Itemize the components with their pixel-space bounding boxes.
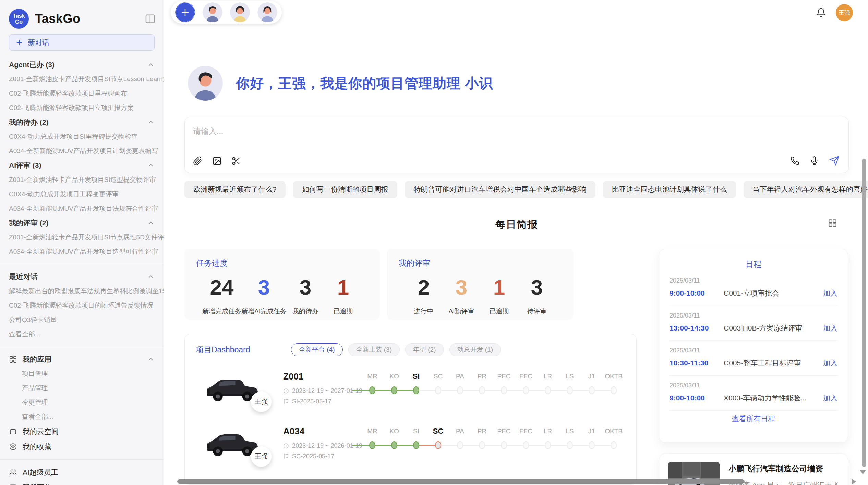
chevron-up-icon[interactable] xyxy=(147,162,155,169)
send-icon[interactable] xyxy=(829,156,840,166)
join-link[interactable]: 加入 xyxy=(823,323,837,333)
sidebar-task-item[interactable]: C0X4-动力总成开发项目SI里程碑提交物检查 xyxy=(9,129,138,144)
sidebar-item-ai-employee[interactable]: AI超级员工 xyxy=(0,465,164,480)
chevron-up-icon[interactable] xyxy=(147,61,155,69)
section-count: (2) xyxy=(38,219,49,227)
recent-chat-item[interactable]: 公司Q3轻卡销量 xyxy=(9,313,57,327)
stat-label: 我的待办 xyxy=(287,307,324,316)
sidebar-task-item[interactable]: A034-全新新能源MUV产品开发项目计划变更表编写 xyxy=(9,144,158,158)
horizontal-scrollbar[interactable] xyxy=(177,479,745,484)
my-apps-header[interactable]: 我的应用 xyxy=(0,352,164,366)
sidebar-item-cloud-space[interactable]: 我的云空间 xyxy=(0,424,164,439)
microphone-icon[interactable] xyxy=(810,156,819,165)
add-agent-button[interactable] xyxy=(175,2,195,22)
milestone-dot xyxy=(611,441,617,449)
dashboard-filter-chip[interactable]: 全新上装 (3) xyxy=(348,343,400,356)
dashboard-filter-chip[interactable]: 年型 (2) xyxy=(405,343,444,356)
milestone-dot xyxy=(589,441,595,449)
sidebar-collapse-icon[interactable] xyxy=(144,13,156,25)
sidebar-section-header[interactable]: AI评审 (3) xyxy=(0,158,164,173)
stat-label: 进行中 xyxy=(405,307,443,316)
image-icon[interactable] xyxy=(212,156,222,166)
sidebar-task-item[interactable]: A034-全新新能源MUV产品开发项目造型可行性评审 xyxy=(9,245,158,259)
recent-chat-item[interactable]: 解释最新出台的欧盟报废车法规再生塑料比例被调至15%... xyxy=(9,284,164,298)
sidebar-section-header[interactable]: 我的评审 (2) xyxy=(0,216,164,230)
sidebar-section-header[interactable]: Agent已办 (3) xyxy=(0,58,164,72)
dashboard-filter-chip[interactable]: 全新平台 (4) xyxy=(291,343,343,356)
chevron-up-icon[interactable] xyxy=(147,219,155,227)
agent-avatar[interactable] xyxy=(203,2,222,22)
chat-input[interactable] xyxy=(193,127,604,136)
agent-avatar[interactable] xyxy=(257,2,277,22)
app-title: TaskGo xyxy=(35,12,80,26)
sidebar-section: 我的待办 (2) C0X4-动力总成开发项目SI里程碑提交物检查 A034-全新… xyxy=(0,115,164,158)
event-date: 2025/03/11 xyxy=(670,347,837,354)
chevron-up-icon[interactable] xyxy=(147,273,155,281)
suggestion-chip[interactable]: 特朗普可能对进口汽车增税会对中国车企造成哪些影响 xyxy=(405,181,595,198)
recent-view-all-link[interactable]: 查看全部... xyxy=(9,327,40,341)
sidebar-task-item[interactable]: C02-飞腾新能源轻客改款项目里程碑画布 xyxy=(9,86,127,101)
dashboard-filter-chip[interactable]: 动总开发 (1) xyxy=(449,343,501,356)
recent-chat-item[interactable]: C02-飞腾新能源轻客改款项目的闭环通告反馈情况 xyxy=(9,298,153,313)
stat-cards-row: 任务进度 24 新增完成任务 3 新增AI完成任务 xyxy=(184,249,637,320)
new-chat-button[interactable]: 新对话 xyxy=(9,34,155,51)
sidebar-item-help-write[interactable]: 帮我写作 xyxy=(0,480,164,485)
sidebar-task-item[interactable]: Z001-全新燃油轻卡产品开发项目SI造型提交物评审 xyxy=(9,173,156,187)
schedule-event: 2025/03/11 9:00-10:00 C001-立项审批会 加入 xyxy=(670,271,837,306)
sidebar-section: Agent已办 (3) Z001-全新燃油皮卡产品开发项目SI节点Lesson … xyxy=(0,58,164,115)
user-avatar[interactable]: 王强 xyxy=(836,4,853,21)
phone-icon[interactable] xyxy=(790,156,799,165)
join-link[interactable]: 加入 xyxy=(823,393,837,403)
project-info: A034 2023-12-19 ~ 2026-01-19 SC-2025-05-… xyxy=(283,425,361,463)
sidebar-task-item[interactable]: A034-全新新能源MUV产品开发项目法规符合性评审 xyxy=(9,201,158,216)
milestone-label: KO xyxy=(383,372,405,381)
new-chat-label: 新对话 xyxy=(28,38,49,47)
scroll-right-arrow-icon[interactable] xyxy=(852,478,856,485)
clock-icon xyxy=(283,443,289,449)
scroll-down-arrow-icon[interactable] xyxy=(860,470,866,474)
join-link[interactable]: 加入 xyxy=(823,288,837,298)
suggestion-chip[interactable]: 如何写一份清晰的项目周报 xyxy=(293,181,397,198)
suggestion-chip[interactable]: 比亚迪全固态电池计划具体说了什么 xyxy=(603,181,736,198)
sidebar-item-favorites[interactable]: 我的收藏 xyxy=(0,439,164,454)
stat-value: 3 xyxy=(518,276,556,299)
sidebar-task-item[interactable]: Z001-全新燃油皮卡产品开发项目SI节点Lesson Learn报告 xyxy=(9,72,164,86)
project-row[interactable]: 王强 A034 2023-12-19 ~ 2026-01-19 xyxy=(196,425,636,462)
stat-card: 我的评审 2 进行中 3 AI预评审 xyxy=(387,249,574,320)
chevron-up-icon[interactable] xyxy=(147,356,155,363)
recent-chats-header[interactable]: 最近对话 xyxy=(0,270,164,284)
chevron-up-icon[interactable] xyxy=(147,119,155,126)
milestone-label: PA xyxy=(449,372,471,381)
apps-view-all-link[interactable]: 查看全部... xyxy=(0,410,164,424)
milestone-label: LR xyxy=(537,427,559,436)
sidebar-task-item[interactable]: C02-飞腾新能源轻客改款项目立项汇报方案 xyxy=(9,101,134,115)
stat-card-title: 我的评审 xyxy=(399,258,562,269)
suggestion-chip[interactable]: 当下年轻人对汽车外观有怎样的喜好趋势 xyxy=(744,181,868,198)
app-item[interactable]: 产品管理 xyxy=(0,381,164,395)
stat-value: 1 xyxy=(480,276,518,299)
scissors-icon[interactable] xyxy=(231,156,241,166)
sidebar-task-item[interactable]: Z001-全新燃油轻卡产品开发项目SI节点属性5D文件评审 xyxy=(9,230,164,245)
project-row[interactable]: 王强 Z001 2023-12-19 ~ 2027-01-19 xyxy=(196,370,636,408)
project-dashboard-card: 项目Dashboard 全新平台 (4) 全新上装 (3) 年型 (2) 动总开… xyxy=(184,334,637,485)
attachment-icon[interactable] xyxy=(193,156,203,166)
suggestion-chip[interactable]: 欧洲新规最近颁布了什么? xyxy=(184,181,286,198)
composer-card xyxy=(184,117,849,173)
milestone-dot xyxy=(435,441,441,449)
milestone-dot xyxy=(545,441,551,449)
vertical-scrollbar[interactable] xyxy=(862,159,866,467)
app-item[interactable]: 项目管理 xyxy=(0,366,164,381)
app-item[interactable]: 变更管理 xyxy=(0,395,164,410)
milestone-label: PA xyxy=(449,427,471,436)
agent-avatar[interactable] xyxy=(230,2,250,22)
layout-grid-icon[interactable] xyxy=(828,219,837,228)
notification-bell-icon[interactable] xyxy=(816,8,826,18)
section-count: (3) xyxy=(31,161,41,169)
help-write-label: 帮我写作 xyxy=(23,483,51,485)
sidebar-section-header[interactable]: 我的待办 (2) xyxy=(0,115,164,129)
schedule-view-all-link[interactable]: 查看所有日程 xyxy=(670,411,837,427)
milestone-label: OKTB xyxy=(603,427,625,436)
stat-label: 已逾期 xyxy=(324,307,362,316)
sidebar-task-item[interactable]: C0X4-动力总成开发项目工程变更评审 xyxy=(9,187,119,201)
join-link[interactable]: 加入 xyxy=(823,358,837,368)
